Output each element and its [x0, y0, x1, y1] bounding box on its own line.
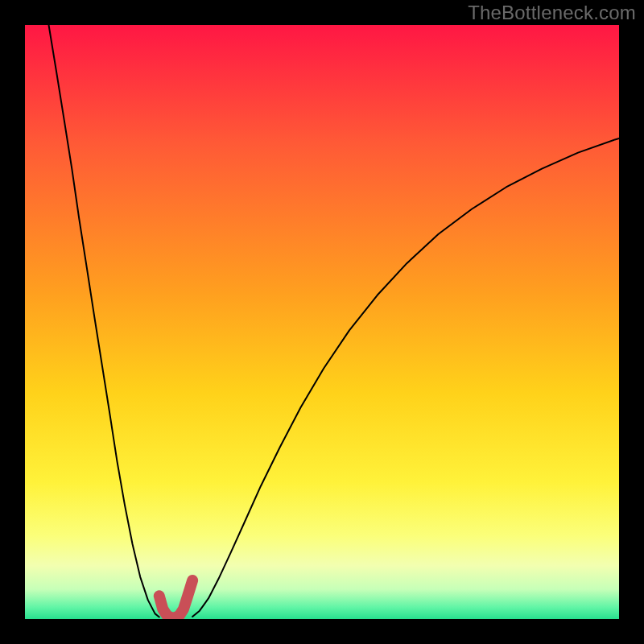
outer-frame: TheBottleneck.com: [0, 0, 644, 644]
gradient-background: [25, 25, 619, 619]
chart-area: [25, 25, 619, 619]
watermark-label: TheBottleneck.com: [468, 2, 636, 24]
chart-svg: [25, 25, 619, 619]
